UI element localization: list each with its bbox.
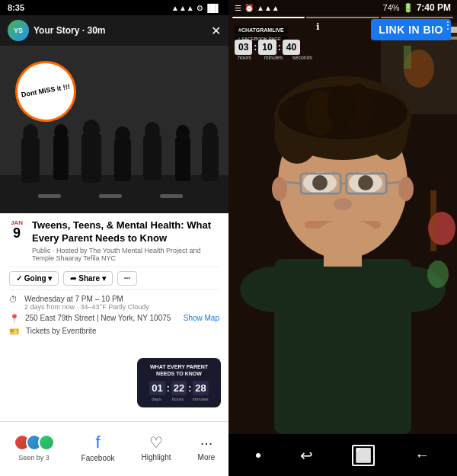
location-icon: 📍	[9, 314, 19, 324]
timer-hours: 03	[235, 40, 252, 55]
event-address: 250 East 79th Street | New York, NY 1007…	[25, 314, 171, 322]
svg-point-22	[203, 123, 218, 141]
bottom-bar-left: Seen by 3 f Facebook ♡ Highlight ··· Mor…	[0, 421, 228, 476]
svg-point-62	[240, 267, 308, 312]
share-button[interactable]: ➦ Share ▾	[63, 271, 112, 286]
share-icon[interactable]: ⬜	[352, 445, 375, 466]
hashtag-overlay: #CHATGRAMLIVE f FACEBOOK PAGE	[235, 21, 288, 42]
svg-point-10	[83, 120, 100, 139]
more-bottom-item[interactable]: ··· More	[198, 434, 216, 462]
battery-icon: ▐█▌	[205, 4, 221, 12]
seen-by-label: Seen by 3	[18, 454, 50, 462]
svg-rect-52	[347, 174, 385, 193]
avatars-group	[14, 434, 55, 451]
countdown-title: WHAT EVERY PARENT NEEDS TO KNOW	[145, 364, 213, 377]
going-button[interactable]: ✓ Going ▾	[9, 271, 59, 286]
svg-point-59	[354, 226, 369, 235]
countdown-minutes: 28	[195, 382, 206, 394]
event-day: 9	[13, 226, 21, 240]
svg-point-61	[398, 177, 414, 201]
event-date: JAN 9 Tweens, Teens, & Mental Health: Wh…	[9, 219, 219, 262]
svg-point-16	[145, 122, 160, 140]
svg-rect-23	[38, 194, 61, 198]
show-map-button[interactable]: Show Map	[184, 314, 219, 322]
hashtag-label: #CHATGRAMLIVE	[235, 26, 288, 34]
countdown-days-block: 01	[149, 381, 165, 395]
story-dot-3	[381, 17, 453, 18]
highlight-icon: ♡	[149, 433, 163, 452]
story-dot-1	[232, 17, 305, 18]
status-right-icons: ☰ ⏰ ▲▲▲	[235, 4, 280, 12]
svg-rect-25	[160, 194, 183, 198]
timer-colon-2: :	[278, 42, 281, 53]
svg-point-19	[176, 125, 190, 142]
countdown-hours: 22	[174, 382, 184, 394]
seconds-timer-label: seconds	[292, 55, 312, 60]
bluetooth-icon: ☰	[235, 4, 241, 12]
svg-rect-51	[302, 174, 340, 193]
timer-labels: hours minutes seconds	[235, 55, 312, 60]
svg-rect-15	[143, 135, 161, 180]
clock-icon: ⏱	[9, 295, 18, 304]
time-right-area: 74% 🔋 7:40 PM	[383, 2, 451, 13]
event-address-row: 250 East 79th Street | New York, NY 1007…	[25, 314, 219, 322]
reply-icon[interactable]: ↩	[300, 446, 313, 465]
countdown-hours-block: 22	[171, 381, 187, 395]
event-tickets-detail: 🎫 Tickets by Eventbrite	[9, 327, 219, 337]
svg-point-13	[115, 126, 130, 143]
svg-rect-18	[175, 137, 190, 181]
event-actions: ✓ Going ▾ ➦ Share ▾ ···	[9, 267, 219, 290]
date-badge: JAN 9	[9, 219, 24, 240]
event-location-detail: 📍 250 East 79th Street | New York, NY 10…	[9, 314, 219, 324]
minutes-label: minutes	[192, 397, 208, 401]
countdown-colon-2: :	[188, 383, 191, 394]
svg-rect-24	[99, 194, 122, 198]
label-spacer-2	[186, 397, 190, 401]
svg-rect-9	[81, 133, 101, 183]
avatar-3	[38, 434, 55, 451]
story-image: Dont MiSS it !!!	[0, 46, 228, 213]
info-icon[interactable]: ℹ	[316, 21, 320, 32]
svg-rect-3	[21, 137, 40, 183]
countdown-days: 01	[152, 382, 162, 394]
status-icons-left: ▲▲▲ ⊙ ▐█▌	[171, 4, 221, 12]
facebook-icon: f	[96, 433, 101, 452]
facebook-bottom-item[interactable]: f Facebook	[81, 433, 115, 462]
timer-minutes: 10	[258, 40, 276, 55]
story-title: Your Story · 30m	[34, 25, 105, 36]
story-header: YS Your Story · 30m ✕	[0, 15, 228, 46]
link-in-bio-sticker[interactable]: LINK IN BIO	[371, 19, 451, 40]
hours-label: hours	[171, 397, 184, 401]
back-icon[interactable]: ←	[414, 446, 430, 464]
sticker-text: Dont MiSS it !!!	[21, 84, 70, 100]
story-close-button[interactable]: ✕	[211, 24, 221, 38]
more-label: More	[198, 453, 216, 462]
event-weather: 2 days from now · 34–43°F Partly Cloudy	[24, 303, 149, 311]
time-left: 8:35	[8, 3, 24, 12]
svg-point-41	[328, 85, 355, 128]
status-bar-right: ☰ ⏰ ▲▲▲ 74% 🔋 7:40 PM	[228, 0, 457, 15]
story-avatar: YS	[8, 20, 29, 41]
event-title-area: Tweens, Teens, & Mental Health: What Eve…	[32, 219, 219, 262]
signal-icon: ▲▲▲	[171, 4, 194, 12]
battery-icon-right: 🔋	[403, 3, 414, 13]
tickets-label: Tickets by Eventbrite	[26, 327, 96, 335]
svg-rect-66	[430, 190, 436, 251]
svg-rect-31	[404, 46, 411, 69]
countdown-labels: days hours minutes	[145, 397, 213, 401]
bottom-bar-right: ↩ ⬜ ←	[228, 434, 457, 476]
timer-display: 03 : 10 : 40	[235, 40, 300, 55]
wifi-icon: ⊙	[197, 4, 203, 12]
hours-timer-label: hours	[235, 55, 254, 60]
timer-seconds: 40	[283, 40, 300, 55]
facebook-label: Facebook	[81, 454, 115, 462]
timer-colon-1: :	[254, 42, 257, 53]
svg-point-60	[272, 177, 287, 201]
more-event-button[interactable]: ···	[117, 271, 137, 286]
seen-by-item: Seen by 3	[14, 434, 55, 462]
svg-point-4	[23, 124, 38, 142]
three-dots-menu-right[interactable]: ⋮	[443, 19, 453, 31]
countdown-colon-1: :	[167, 383, 170, 394]
highlight-bottom-item[interactable]: ♡ Highlight	[142, 433, 171, 462]
highlight-label: Highlight	[142, 453, 171, 462]
